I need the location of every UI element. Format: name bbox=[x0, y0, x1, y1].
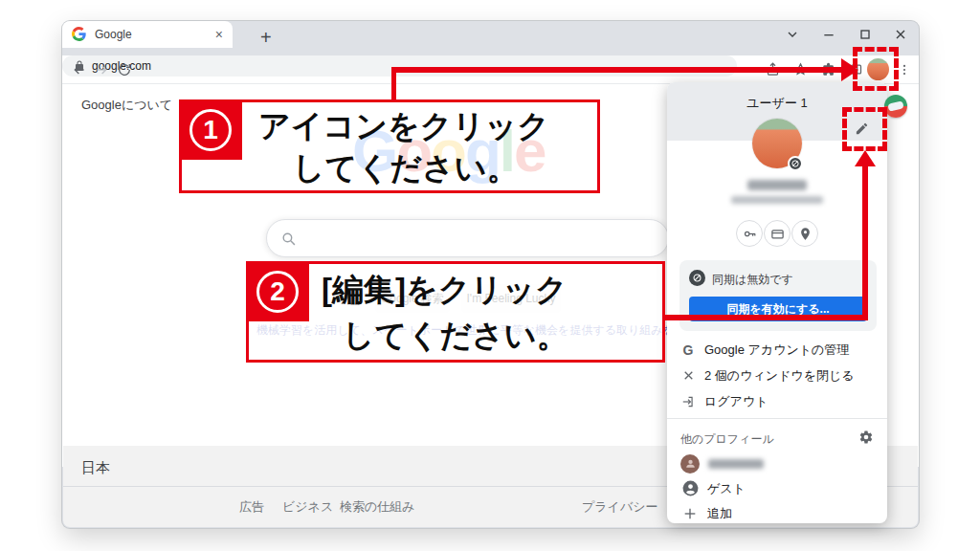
sync-status-text: 同期は無効です bbox=[712, 272, 793, 288]
window-close-icon[interactable] bbox=[893, 27, 908, 42]
step2-connector-vertical bbox=[862, 165, 868, 320]
annotation-step2-box: 2 [編集]をクリック してください。 bbox=[246, 261, 665, 363]
step2-number: 2 bbox=[256, 271, 299, 313]
step1-text-line1: アイコンをクリック bbox=[258, 110, 549, 142]
step1-connector-vertical bbox=[391, 70, 396, 101]
kebab-menu-icon[interactable] bbox=[898, 63, 913, 78]
close-x-icon bbox=[680, 369, 696, 382]
other-profile-avatar bbox=[680, 454, 700, 474]
browser-tab[interactable]: Google × bbox=[62, 21, 233, 48]
footer-region: 日本 bbox=[81, 459, 110, 477]
other-profiles-header: 他のプロフィール bbox=[667, 427, 887, 452]
footer-link-privacy[interactable]: プライバシー bbox=[582, 498, 658, 516]
tab-close-icon[interactable]: × bbox=[215, 27, 223, 42]
reload-icon[interactable] bbox=[117, 62, 132, 77]
step1-connector-horizontal bbox=[391, 67, 841, 73]
addresses-pin-button[interactable] bbox=[791, 220, 818, 247]
other-profile-item[interactable] bbox=[667, 451, 887, 476]
add-profile-item[interactable]: 追加 bbox=[667, 500, 887, 526]
sync-off-icon bbox=[689, 270, 705, 286]
footer-link-how-search-works[interactable]: 検索の仕組み bbox=[340, 498, 415, 516]
guest-profile-item[interactable]: ゲスト bbox=[667, 475, 887, 501]
step2-connector-horizontal bbox=[665, 315, 868, 320]
annotation-step1-box: 1 アイコンをクリック してください。 bbox=[179, 99, 600, 193]
edit-highlight-dashed-box bbox=[842, 107, 887, 151]
profile-name-blurred bbox=[747, 180, 807, 190]
avatar-highlight-dashed-box bbox=[853, 47, 899, 91]
forward-icon[interactable] bbox=[94, 62, 109, 77]
logout-icon bbox=[680, 395, 696, 408]
manage-profiles-gear-icon[interactable] bbox=[858, 430, 874, 445]
back-icon[interactable] bbox=[72, 62, 87, 77]
step2-number-badge: 2 bbox=[246, 261, 309, 321]
footer-link-ads[interactable]: 広告 bbox=[239, 498, 264, 516]
window-chevron-icon[interactable] bbox=[785, 27, 800, 42]
new-tab-button[interactable]: + bbox=[260, 27, 272, 49]
sync-off-badge-icon bbox=[788, 156, 803, 171]
step2-text-line1: [編集]をクリック bbox=[322, 274, 568, 305]
menu-item-close-windows[interactable]: 2 個のウィンドウを閉じる bbox=[667, 363, 887, 388]
footer-link-business[interactable]: ビジネス bbox=[282, 498, 333, 516]
plus-icon bbox=[680, 506, 700, 521]
screenshot-root: Google × + bbox=[0, 0, 980, 551]
nav-about-google[interactable]: Googleについて bbox=[81, 97, 172, 114]
other-profile-name-blurred bbox=[708, 459, 764, 469]
step1-text-line2: してください。 bbox=[293, 152, 519, 184]
step2-arrowhead-icon bbox=[855, 150, 876, 166]
menu-item-manage-account[interactable]: G Google アカウントの管理 bbox=[667, 337, 887, 363]
google-g-icon: G bbox=[680, 342, 696, 358]
step1-number-badge: 1 bbox=[179, 99, 242, 160]
tab-title: Google bbox=[95, 28, 215, 41]
menu-divider bbox=[667, 418, 887, 419]
step1-number: 1 bbox=[189, 109, 232, 151]
window-maximize-icon[interactable] bbox=[858, 27, 873, 42]
guest-icon bbox=[680, 479, 700, 497]
search-magnifier-icon bbox=[280, 231, 297, 247]
window-minimize-icon[interactable] bbox=[821, 27, 836, 42]
step2-text-line2: してください。 bbox=[343, 320, 568, 351]
menu-item-logout[interactable]: ログアウト bbox=[667, 388, 887, 414]
payments-card-button[interactable] bbox=[764, 220, 791, 247]
secondary-profile-avatar bbox=[884, 95, 907, 118]
profile-email-blurred bbox=[731, 196, 823, 204]
address-bar[interactable] bbox=[62, 55, 737, 77]
search-box[interactable] bbox=[266, 219, 669, 257]
google-favicon-icon bbox=[72, 27, 87, 42]
passwords-key-button[interactable] bbox=[736, 220, 763, 247]
